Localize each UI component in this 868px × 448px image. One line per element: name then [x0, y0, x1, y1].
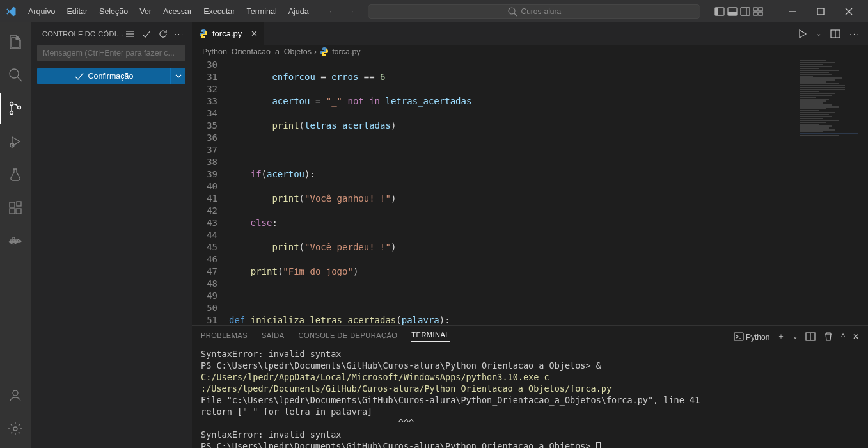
sidebar-title: CONTROLE DO CÓDIG... — [42, 30, 125, 38]
activity-settings[interactable] — [0, 413, 31, 444]
check-icon — [74, 71, 84, 81]
svg-marker-21 — [12, 137, 20, 146]
commit-message-input[interactable] — [37, 45, 185, 61]
panel-tab-problemas[interactable]: PROBLEMAS — [201, 332, 248, 342]
more-icon[interactable]: ··· — [175, 30, 184, 38]
window-close-icon[interactable] — [835, 0, 863, 22]
menu-executar[interactable]: Executar — [198, 4, 240, 19]
sidebar-source-control: CONTROLE DO CÓDIG... ··· Confirmação — [31, 22, 192, 448]
menu-ajuda[interactable]: Ajuda — [283, 4, 314, 19]
vscode-icon — [5, 6, 17, 17]
svg-rect-3 — [715, 8, 718, 15]
panel-tab-terminal[interactable]: TERMINAL — [411, 331, 450, 342]
menu-terminal[interactable]: Terminal — [242, 4, 282, 19]
breadcrumb-folder[interactable]: Python_Orientacao_a_Objetos — [202, 47, 312, 56]
breadcrumb[interactable]: Python_Orientacao_a_Objetos › forca.py — [192, 45, 868, 59]
svg-rect-24 — [10, 209, 15, 214]
terminal-output[interactable]: SyntaxError: invalid syntax PS C:\Users\… — [192, 347, 868, 448]
editor-tabs: forca.py ✕ ⌄ ··· — [192, 22, 868, 45]
terminal-cursor — [596, 442, 601, 449]
new-terminal-icon[interactable]: ＋ — [777, 331, 785, 342]
activity-docker[interactable] — [0, 226, 31, 257]
svg-rect-9 — [759, 8, 762, 11]
svg-rect-30 — [13, 237, 15, 239]
svg-point-32 — [13, 427, 17, 431]
menu-selecao[interactable]: Seleção — [94, 4, 133, 19]
svg-point-16 — [10, 69, 19, 78]
refresh-icon[interactable] — [158, 29, 168, 39]
editor-more-icon[interactable]: ··· — [849, 29, 860, 38]
svg-marker-38 — [800, 30, 806, 38]
svg-point-36 — [201, 30, 202, 31]
split-editor-icon[interactable] — [830, 29, 840, 39]
menu-bar: Arquivo Editar Seleção Ver Acessar Execu… — [23, 4, 314, 19]
command-center[interactable]: Curos-alura — [368, 4, 700, 19]
window-minimize-icon[interactable] — [778, 0, 807, 22]
svg-point-31 — [13, 390, 18, 396]
activity-search[interactable] — [0, 60, 31, 90]
editor-area: forca.py ✕ ⌄ ··· Python_Orientacao_a_Obj… — [192, 22, 868, 448]
svg-rect-10 — [754, 12, 757, 15]
svg-rect-5 — [728, 12, 737, 15]
svg-rect-8 — [754, 8, 757, 11]
activity-extensions[interactable] — [0, 193, 31, 223]
minimap[interactable] — [791, 59, 868, 325]
menu-arquivo[interactable]: Arquivo — [23, 4, 60, 19]
activity-explorer[interactable] — [0, 26, 31, 57]
split-terminal-icon[interactable] — [805, 332, 816, 342]
nav-forward-icon[interactable]: → — [347, 6, 355, 16]
svg-rect-25 — [16, 209, 21, 214]
tab-forca-py[interactable]: forca.py ✕ — [192, 22, 265, 45]
svg-point-19 — [10, 111, 13, 115]
activity-accounts[interactable] — [0, 380, 31, 411]
layout-sidebar-left-icon[interactable] — [714, 6, 725, 17]
code-content[interactable]: enforcou = erros == 6 acertou = "_" not … — [229, 59, 791, 325]
run-chevron-icon[interactable]: ⌄ — [816, 30, 821, 37]
code-editor[interactable]: 3031323334353637383940414243444546474849… — [192, 59, 791, 325]
run-icon[interactable] — [797, 29, 807, 39]
chevron-down-icon — [173, 71, 184, 81]
activity-testing[interactable] — [0, 159, 31, 190]
close-icon[interactable]: ✕ — [251, 29, 258, 38]
svg-rect-6 — [741, 8, 750, 15]
nav-back-icon[interactable]: ← — [328, 6, 336, 16]
menu-acessar[interactable]: Acessar — [158, 4, 197, 19]
tab-label: forca.py — [212, 29, 242, 38]
svg-point-18 — [10, 102, 13, 106]
line-numbers: 3031323334353637383940414243444546474849… — [192, 59, 229, 325]
commit-button[interactable]: Confirmação — [37, 68, 170, 84]
activity-source-control[interactable] — [0, 93, 31, 124]
kill-terminal-icon[interactable] — [823, 332, 833, 342]
python-icon — [319, 47, 329, 57]
search-icon — [507, 6, 517, 17]
breadcrumb-file[interactable]: forca.py — [332, 47, 360, 56]
checkmark-icon[interactable] — [141, 29, 152, 39]
titlebar: Arquivo Editar Seleção Ver Acessar Execu… — [0, 0, 868, 22]
activity-run-debug[interactable] — [0, 126, 31, 157]
panel-close-icon[interactable]: ✕ — [853, 332, 859, 341]
activity-bar — [0, 22, 31, 448]
commit-button-label: Confirmação — [88, 72, 134, 81]
python-icon — [198, 29, 209, 39]
window-maximize-icon[interactable] — [807, 0, 835, 22]
terminal-shell-icon — [734, 332, 744, 342]
svg-rect-13 — [817, 8, 824, 15]
layout-customize-icon[interactable] — [753, 6, 763, 17]
view-tree-icon[interactable] — [125, 29, 135, 39]
panel-tab-saida[interactable]: SAÍDA — [262, 332, 285, 342]
layout-sidebar-right-icon[interactable] — [740, 6, 750, 17]
layout-panel-icon[interactable] — [727, 6, 738, 17]
commit-dropdown-button[interactable] — [170, 68, 185, 84]
panel-tab-console[interactable]: CONSOLE DE DEPURAÇÃO — [298, 332, 397, 342]
terminal-shell-label[interactable]: Python — [734, 332, 770, 342]
panel-maximize-icon[interactable]: ^ — [841, 332, 845, 341]
bottom-panel: PROBLEMAS SAÍDA CONSOLE DE DEPURAÇÃO TER… — [192, 325, 868, 448]
svg-rect-11 — [759, 12, 762, 15]
search-placeholder: Curos-alura — [521, 7, 562, 16]
svg-line-17 — [17, 77, 22, 81]
svg-line-1 — [514, 13, 517, 16]
svg-rect-23 — [10, 202, 15, 207]
menu-ver[interactable]: Ver — [134, 4, 157, 19]
terminal-chevron-icon[interactable]: ⌄ — [793, 333, 798, 340]
menu-editar[interactable]: Editar — [61, 4, 93, 19]
